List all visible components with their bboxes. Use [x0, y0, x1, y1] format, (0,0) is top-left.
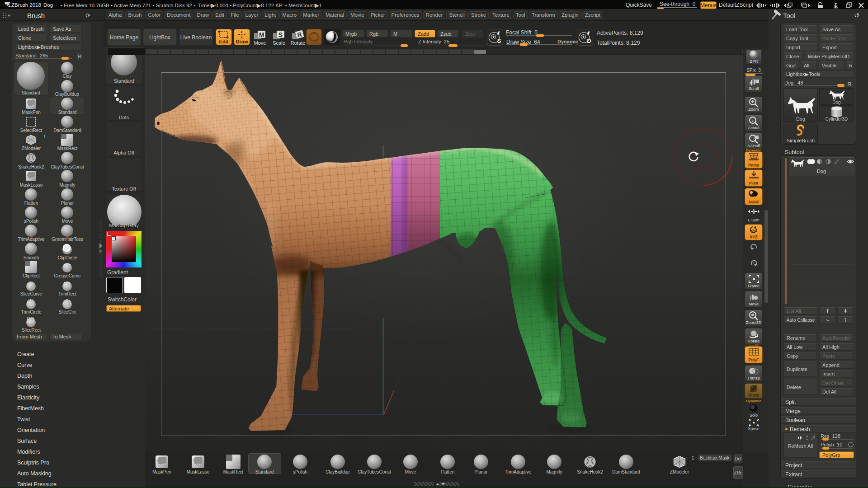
svg-text:Z: Z [753, 262, 755, 265]
svg-text:XYZ: XYZ [750, 229, 757, 233]
svg-text:S: S [497, 38, 501, 44]
svg-text:M: M [259, 31, 264, 38]
svg-text:D: D [587, 38, 591, 44]
svg-text:1: 1 [752, 119, 754, 123]
svg-text:S: S [278, 31, 283, 38]
